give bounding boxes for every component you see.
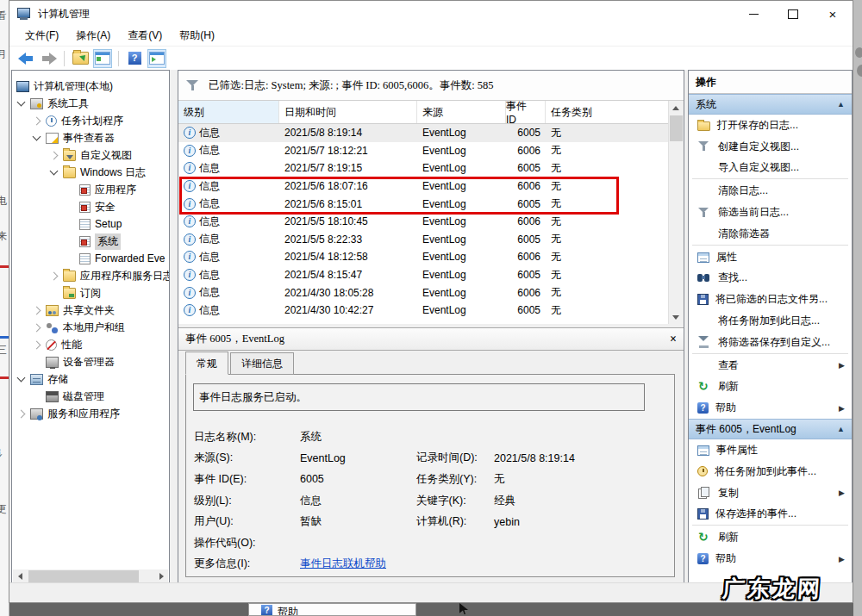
- action-attach-task-to-event[interactable]: 将任务附加到此事件...: [689, 461, 852, 482]
- collapse-icon[interactable]: ▲: [837, 425, 845, 433]
- chevron-right-icon[interactable]: [29, 320, 45, 335]
- menu-view[interactable]: 查看(V): [119, 27, 171, 46]
- open-folder-button[interactable]: [71, 49, 90, 68]
- chevron-right-icon[interactable]: [47, 147, 62, 163]
- tree-item-forwarded-events-log[interactable]: Forwarded Eve: [12, 250, 167, 267]
- action-view[interactable]: 查看 ▶: [689, 355, 852, 376]
- scroll-left-button[interactable]: [13, 569, 27, 583]
- maximize-button[interactable]: [773, 1, 813, 27]
- event-row[interactable]: i信息 2021/5/4 8:15:47 EventLog 6005 无: [178, 266, 684, 284]
- close-icon[interactable]: ×: [670, 333, 677, 345]
- collapse-icon[interactable]: ▲: [837, 100, 845, 109]
- chevron-down-icon[interactable]: [29, 130, 45, 146]
- chevron-down-icon[interactable]: [47, 165, 62, 180]
- event-row-annotated[interactable]: i信息 2021/5/6 8:15:01 EventLog 6005 无: [178, 195, 684, 213]
- action-find[interactable]: 查找...: [689, 268, 852, 289]
- column-header-datetime[interactable]: 日期和时间: [279, 101, 417, 123]
- tree-item-system-log[interactable]: 系统: [12, 233, 167, 250]
- scroll-up-button[interactable]: [669, 101, 683, 115]
- action-import-custom-view[interactable]: 导入自定义视图...: [689, 158, 852, 179]
- tree-item-storage[interactable]: 存储: [12, 370, 167, 388]
- action-help[interactable]: ? 帮助 ▶: [689, 397, 852, 419]
- actions-section-system[interactable]: 系统 ▲: [689, 94, 852, 115]
- toolbar-separator: [118, 51, 119, 66]
- menu-help[interactable]: 帮助(H): [171, 27, 223, 46]
- tree-item-event-viewer[interactable]: 事件查看器: [12, 129, 167, 146]
- action-open-saved-log[interactable]: 打开保存的日志...: [689, 115, 852, 136]
- actions-section-event[interactable]: 事件 6005，EventLog ▲: [689, 419, 852, 439]
- event-row[interactable]: i信息 2021/5/5 8:22:33 EventLog 6005 无: [178, 231, 684, 249]
- tree-item-shared-folders[interactable]: 共享文件夹: [12, 302, 167, 319]
- tree-item-device-manager[interactable]: 设备管理器: [12, 353, 167, 370]
- action-help-event[interactable]: ? 帮助 ▶: [689, 548, 852, 569]
- event-log-online-help-link[interactable]: 事件日志联机帮助: [300, 557, 416, 571]
- forward-button[interactable]: [39, 49, 58, 68]
- menu-file[interactable]: 文件(F): [16, 27, 67, 46]
- action-clear-log[interactable]: 清除日志...: [689, 180, 852, 202]
- action-save-filtered-log[interactable]: 将已筛选的日志文件另...: [689, 289, 852, 310]
- scrollbar-thumb[interactable]: [670, 115, 683, 141]
- action-clear-filter[interactable]: 清除筛选器: [689, 223, 852, 245]
- column-header-event-id[interactable]: 事件 ID: [506, 101, 546, 123]
- event-row-annotated[interactable]: i信息 2021/5/6 18:07:16 EventLog 6006 无: [178, 177, 684, 196]
- show-console-tree-button[interactable]: [93, 49, 112, 68]
- tree-item-security-log[interactable]: 安全: [12, 198, 167, 215]
- action-save-filter-to-custom-view[interactable]: 将筛选器保存到自定义...: [689, 332, 852, 353]
- action-refresh[interactable]: 刷新: [689, 376, 852, 398]
- chevron-down-icon[interactable]: [14, 96, 29, 111]
- tree-item-application-log[interactable]: 应用程序: [12, 181, 167, 198]
- action-properties[interactable]: 属性: [689, 246, 852, 268]
- tree-item-subscriptions[interactable]: 订阅: [12, 284, 167, 302]
- chevron-right-icon[interactable]: [29, 302, 45, 318]
- chevron-right-icon[interactable]: [14, 406, 29, 421]
- action-refresh-event[interactable]: 刷新: [689, 526, 852, 548]
- event-row[interactable]: i信息 2021/5/5 18:10:45 EventLog 6006 无: [178, 213, 684, 231]
- close-button[interactable]: ×: [813, 1, 853, 27]
- menu-action[interactable]: 操作(A): [67, 27, 119, 46]
- event-list-vertical-scrollbar[interactable]: [668, 101, 684, 324]
- disk-icon: [46, 391, 59, 402]
- chevron-right-icon[interactable]: [29, 113, 45, 128]
- action-create-custom-view[interactable]: 创建自定义视图...: [689, 136, 852, 158]
- tree-item-applications-services-logs[interactable]: 应用程序和服务日志: [12, 267, 167, 284]
- action-save-selected-events[interactable]: 保存选择的事件...: [689, 504, 852, 526]
- column-header-source[interactable]: 来源: [417, 101, 506, 123]
- tree-horizontal-scrollbar[interactable]: [13, 569, 168, 583]
- chevron-right-icon[interactable]: [29, 337, 45, 352]
- scrollbar-thumb[interactable]: [28, 570, 139, 582]
- field-value: yebin: [494, 516, 667, 528]
- help-button[interactable]: ?: [125, 49, 144, 68]
- tab-details[interactable]: 详细信息: [230, 352, 294, 375]
- scroll-right-button[interactable]: [154, 569, 168, 583]
- tree-item-disk-management[interactable]: 磁盘管理: [12, 388, 167, 405]
- tree-item-windows-logs[interactable]: Windows 日志: [12, 164, 167, 181]
- action-filter-current-log[interactable]: 筛选当前日志...: [689, 202, 852, 223]
- minimize-button[interactable]: [734, 1, 773, 27]
- event-row[interactable]: i信息 2021/5/4 18:12:58 EventLog 6006 无: [178, 248, 684, 266]
- tree-item-services-applications[interactable]: 服务和应用程序: [12, 405, 167, 422]
- tree-item-computer-management-local[interactable]: 计算机管理(本地): [12, 78, 167, 95]
- event-row[interactable]: i信息 2021/4/30 10:42:27 EventLog 6005 无: [178, 302, 684, 320]
- event-row[interactable]: i信息 2021/5/8 8:19:14 EventLog 6005 无: [178, 124, 684, 142]
- tree-item-task-scheduler[interactable]: 任务计划程序: [12, 112, 167, 129]
- event-row[interactable]: i信息 2021/5/7 18:12:21 EventLog 6006 无: [178, 142, 684, 160]
- tree-item-local-users-groups[interactable]: 本地用户和组: [12, 319, 167, 336]
- back-button[interactable]: [16, 49, 35, 68]
- column-header-level[interactable]: 级别: [178, 101, 279, 123]
- event-row[interactable]: i信息 2021/5/7 8:19:15 EventLog 6005 无: [178, 159, 684, 177]
- action-event-properties[interactable]: 事件属性: [689, 439, 852, 461]
- chevron-right-icon[interactable]: [47, 268, 62, 283]
- tree-item-system-tools[interactable]: 系统工具: [12, 95, 167, 112]
- action-copy[interactable]: 复制 ▶: [689, 482, 852, 504]
- chevron-down-icon[interactable]: [14, 371, 29, 387]
- tree-item-custom-views[interactable]: 自定义视图: [12, 146, 167, 164]
- event-description-box[interactable]: 事件日志服务已启动。: [193, 383, 645, 411]
- show-action-pane-button[interactable]: [147, 49, 166, 68]
- tree-item-setup-log[interactable]: Setup: [12, 215, 167, 233]
- tree-item-performance[interactable]: 性能: [12, 336, 167, 353]
- tab-general[interactable]: 常规: [185, 352, 228, 375]
- scroll-down-button[interactable]: [669, 310, 683, 324]
- column-header-task-category[interactable]: 任务类别: [546, 101, 669, 123]
- action-attach-task-to-log[interactable]: 将任务附加到此日志...: [689, 310, 852, 332]
- event-row[interactable]: i信息 2021/4/30 18:05:28 EventLog 6006 无: [178, 283, 684, 302]
